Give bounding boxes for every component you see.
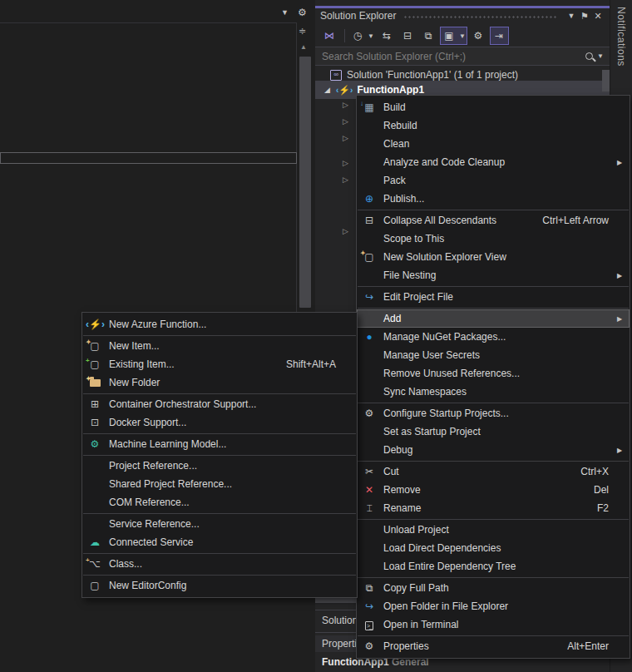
menu-item-project-reference[interactable]: Project Reference... bbox=[82, 457, 357, 475]
menu-item-new-folder[interactable]: ✦New Folder bbox=[82, 373, 357, 392]
window-position-icon[interactable]: ▼ bbox=[565, 12, 578, 20]
menu-item-publish[interactable]: ⊕Publish... bbox=[357, 190, 630, 208]
search-input[interactable] bbox=[320, 50, 584, 63]
menu-item-clean[interactable]: Clean bbox=[357, 135, 630, 153]
toolbar-button-collapse-all[interactable]: ⊟ bbox=[398, 27, 417, 45]
submenu-arrow-icon: ▶ bbox=[617, 159, 630, 166]
scroll-up-arrow-icon[interactable]: ▲ bbox=[300, 43, 307, 51]
menu-item-configure-startup-projects[interactable]: ⚙Configure Startup Projects... bbox=[357, 404, 630, 422]
menu-item-container-orchestrator-support[interactable]: ⊞Container Orchestrator Support... bbox=[82, 395, 357, 413]
menu-item-rename[interactable]: ⌶RenameF2 bbox=[357, 499, 630, 517]
new-view-icon: ▢✦ bbox=[360, 251, 378, 263]
expand-collapse-icon[interactable]: ◢ bbox=[324, 86, 336, 94]
tree-collapsed-arrow-icon[interactable]: ▷ bbox=[343, 134, 348, 142]
menu-item-unload-project[interactable]: Unload Project bbox=[357, 521, 630, 539]
menu-item-shared-project-reference[interactable]: Shared Project Reference... bbox=[82, 475, 357, 493]
menu-item-collapse-all-descendants[interactable]: ⊟Collapse All DescendantsCtrl+Left Arrow bbox=[357, 211, 630, 230]
menu-item-open-folder-in-file-explorer[interactable]: ↪Open Folder in File Explorer bbox=[357, 597, 630, 615]
new-folder-icon: ✦ bbox=[86, 377, 104, 388]
menu-item-new-solution-explorer-view[interactable]: ▢✦New Solution Explorer View bbox=[357, 248, 630, 266]
dropdown-caret-icon[interactable]: ▼ bbox=[367, 32, 375, 40]
menu-item-label: Remove bbox=[383, 484, 421, 496]
menu-item-label: Class... bbox=[109, 558, 142, 570]
menu-item-label: Pack bbox=[383, 175, 406, 186]
pending-changes-filter-icon: ◷ bbox=[349, 27, 366, 44]
tree-collapsed-arrow-icon[interactable]: ▷ bbox=[343, 227, 348, 235]
menu-item-connected-service[interactable]: ☁Connected Service bbox=[82, 533, 357, 551]
menu-item-edit-project-file[interactable]: ↪Edit Project File bbox=[357, 288, 630, 306]
titlebar-drag-grip[interactable] bbox=[403, 15, 557, 20]
submenu-arrow-icon: ▶ bbox=[617, 315, 630, 323]
notifications-tab[interactable]: Notifications bbox=[615, 7, 627, 67]
menu-item-load-direct-dependencies[interactable]: Load Direct Dependencies bbox=[357, 539, 630, 557]
menu-item-label: Open Folder in File Explorer bbox=[383, 600, 508, 612]
toolbar-button-refresh[interactable]: ⇆ bbox=[378, 27, 397, 45]
dropdown-caret-icon[interactable]: ▼ bbox=[458, 32, 467, 40]
menu-item-build[interactable]: ▦↓Build bbox=[357, 98, 630, 116]
menu-item-file-nesting[interactable]: File Nesting▶ bbox=[357, 266, 630, 284]
menu-item-rebuild[interactable]: Rebuild bbox=[357, 116, 630, 135]
nuget-icon: ● bbox=[360, 331, 378, 343]
menu-item-sync-namespaces[interactable]: Sync Namespaces bbox=[357, 383, 630, 401]
menu-item-machine-learning-model[interactable]: ⚙Machine Learning Model... bbox=[82, 435, 357, 453]
menu-item-docker-support[interactable]: ⊡Docker Support... bbox=[82, 413, 357, 432]
menu-item-scope-to-this[interactable]: Scope to This bbox=[357, 230, 630, 248]
close-icon[interactable]: ✕ bbox=[591, 11, 605, 22]
menu-item-label: Machine Learning Model... bbox=[109, 438, 226, 450]
menu-item-new-azure-function[interactable]: ‹⚡›New Azure Function... bbox=[82, 315, 357, 334]
search-options-caret-icon[interactable]: ▼ bbox=[596, 52, 605, 60]
editor-collapsed-pane[interactable] bbox=[0, 152, 297, 164]
collapse-all-icon: ⊟ bbox=[360, 215, 378, 226]
menu-item-label: Container Orchestrator Support... bbox=[109, 398, 256, 410]
tree-collapsed-arrow-icon[interactable]: ▷ bbox=[343, 175, 348, 184]
toolbar-button-preview-selected-items[interactable]: ⇥ bbox=[490, 27, 509, 45]
menu-item-manage-nuget-packages[interactable]: ●Manage NuGet Packages... bbox=[357, 328, 630, 346]
menu-item-cut[interactable]: ✂CutCtrl+X bbox=[357, 462, 630, 481]
menu-item-remove-unused-references[interactable]: Remove Unused References... bbox=[357, 364, 630, 383]
menu-item-remove[interactable]: ✕RemoveDel bbox=[357, 481, 630, 499]
menu-item-label: Set as Startup Project bbox=[383, 426, 481, 437]
editor-gear-icon[interactable]: ⚙ bbox=[298, 7, 307, 18]
toolbar-button-properties-wrench[interactable]: ⚙ bbox=[469, 27, 488, 45]
tree-horizontal-scrollbar-thumb[interactable] bbox=[315, 597, 356, 603]
splitter-handle-icon[interactable]: ≑ bbox=[299, 26, 306, 37]
menu-item-class[interactable]: ⌥+Class... bbox=[82, 555, 357, 573]
menu-item-new-item[interactable]: ▢✦New Item... bbox=[82, 337, 357, 355]
pin-icon[interactable]: ⚑ bbox=[578, 11, 591, 22]
editor-dropdown-caret-icon[interactable]: ▼ bbox=[281, 8, 289, 17]
menu-item-open-in-terminal[interactable]: >_Open in Terminal bbox=[357, 615, 630, 634]
menu-item-properties[interactable]: ⚙PropertiesAlt+Enter bbox=[357, 637, 630, 655]
menu-item-new-editorconfig[interactable]: ▢New EditorConfig bbox=[82, 576, 357, 595]
editor-vertical-scrollbar-thumb[interactable] bbox=[299, 57, 311, 308]
toolbar-button-show-all-files[interactable]: ⧉ bbox=[419, 27, 438, 45]
menu-item-com-reference[interactable]: COM Reference... bbox=[82, 493, 357, 511]
visual-studio-window: { "colors": { "accent_purple": "#6761b0"… bbox=[0, 0, 632, 672]
add-submenu: ‹⚡›New Azure Function...▢✦New Item...▢+E… bbox=[81, 312, 358, 598]
menu-item-existing-item[interactable]: ▢+Existing Item...Shift+Alt+A bbox=[82, 355, 357, 373]
toolbar-button-sync-with-active-document[interactable]: ▣▼ bbox=[440, 27, 467, 45]
menu-item-manage-user-secrets[interactable]: Manage User Secrets bbox=[357, 346, 630, 364]
menu-item-copy-full-path[interactable]: ⧉Copy Full Path bbox=[357, 579, 630, 597]
menu-item-label: Remove Unused References... bbox=[383, 368, 520, 379]
menu-item-set-as-startup-project[interactable]: Set as Startup Project bbox=[357, 422, 630, 441]
tree-collapsed-arrow-icon[interactable]: ▷ bbox=[343, 117, 348, 126]
menu-separator bbox=[83, 393, 356, 394]
menu-item-label: Publish... bbox=[383, 193, 424, 205]
menu-item-label: Existing Item... bbox=[109, 358, 175, 370]
menu-item-add[interactable]: Add▶ bbox=[357, 309, 630, 328]
menu-item-pack[interactable]: Pack bbox=[357, 171, 630, 190]
tree-collapsed-arrow-icon[interactable]: ▷ bbox=[343, 159, 348, 167]
search-icon[interactable] bbox=[584, 51, 596, 62]
menu-item-label: Cut bbox=[383, 466, 399, 477]
rename-icon: ⌶ bbox=[360, 502, 378, 514]
menu-item-service-reference[interactable]: Service Reference... bbox=[82, 515, 357, 533]
menu-item-analyze-and-code-cleanup[interactable]: Analyze and Code Cleanup▶ bbox=[357, 153, 630, 171]
menu-item-debug[interactable]: Debug▶ bbox=[357, 441, 630, 459]
tree-collapsed-arrow-icon[interactable]: ▷ bbox=[343, 101, 348, 109]
toolbar-button-pending-changes-filter[interactable]: ◷▼ bbox=[348, 27, 376, 45]
azure-function-project-icon: ‹⚡› bbox=[336, 85, 353, 96]
menu-item-load-entire-dependency-tree[interactable]: Load Entire Dependency Tree bbox=[357, 557, 630, 576]
preview-selected-items-icon: ⇥ bbox=[491, 27, 507, 44]
toolbar-button-switch-views[interactable]: ⋈ bbox=[320, 27, 339, 45]
menu-item-shortcut: Ctrl+Left Arrow bbox=[542, 215, 617, 226]
